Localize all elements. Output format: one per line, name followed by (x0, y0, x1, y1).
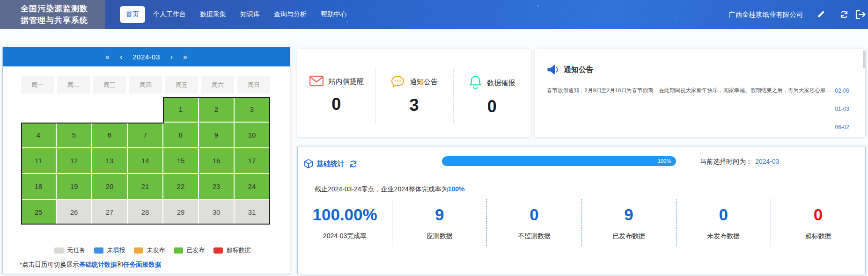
legend-swatch (134, 247, 143, 254)
next-year-button[interactable]: » (183, 53, 187, 61)
calendar-day-empty (57, 97, 91, 122)
calendar-day-10[interactable]: 10 (235, 123, 269, 147)
calendar-header: « ‹ 2024-03 › » (3, 47, 290, 66)
notices-panel: 通知公告 春节放假通知，2月9日至2月18日为春节假期，在此期间祝大家新年快乐，… (535, 49, 866, 137)
main-nav: 首页 个人工作台 数据采集 知识库 查询与分析 帮助中心 (120, 0, 353, 29)
task-panel-link[interactable]: 任务面板数据 (123, 261, 161, 268)
speaker-icon (547, 64, 559, 75)
quick-stat-data-reminders[interactable]: 数据催报 0 (453, 49, 531, 137)
calendar-month-title: 2024-03 (132, 53, 160, 61)
legend-swatch (213, 247, 223, 254)
top-navbar: 全国污染源监测数据管理与共享系统 首页 个人工作台 数据采集 知识库 查询与分析… (0, 0, 868, 29)
weekday-label: 周六 (201, 76, 234, 94)
quick-stat-label: 通知公告 (410, 78, 438, 87)
stat-value: 9 (624, 206, 633, 223)
calendar-day-25[interactable]: 25 (21, 200, 56, 225)
calendar-day-20[interactable]: 20 (92, 174, 127, 199)
prev-year-button[interactable]: « (105, 53, 110, 61)
weekday-label: 周一 (21, 76, 54, 94)
calendar-day-26[interactable]: 26 (57, 200, 91, 225)
calendar-day-12[interactable]: 12 (57, 148, 91, 173)
calendar-day-14[interactable]: 14 (128, 148, 162, 173)
legend-label: 未填报 (107, 246, 125, 254)
footnote-and: 和 (117, 261, 124, 268)
refresh-icon[interactable] (840, 10, 848, 19)
calendar-day-5[interactable]: 5 (57, 123, 91, 147)
stat-value: 0 (530, 206, 538, 223)
quick-stat-head: 通知公告 (375, 75, 453, 89)
calendar-day-24[interactable]: 24 (235, 174, 269, 199)
legend-item: 未发布 (134, 246, 165, 254)
stat-value: 0 (814, 206, 823, 223)
app-brand: 全国污染源监测数据管理与共享系统 (0, 0, 105, 29)
nav-item-workbench[interactable]: 个人工作台 (147, 6, 192, 23)
progress-fill: 100% (442, 156, 676, 166)
calendar-day-19[interactable]: 19 (57, 174, 91, 199)
calendar-day-1[interactable]: 1 (163, 97, 198, 122)
calendar-day-29[interactable]: 29 (163, 200, 198, 225)
edit-icon[interactable] (817, 10, 825, 19)
nav-item-knowledge-base[interactable]: 知识库 (234, 6, 266, 23)
quick-stat-label: 数据催报 (487, 79, 515, 87)
stat-unpublished-data: 0 未发布数据 (676, 199, 771, 246)
calendar-day-13[interactable]: 13 (92, 148, 127, 173)
notice-row[interactable]: 01-03 (535, 100, 865, 118)
calendar-panel: « ‹ 2024-03 › » 周一周二周三周四周五周六周日 123456789… (2, 47, 290, 274)
prev-month-button[interactable]: ‹ (120, 53, 122, 61)
basic-stats-link[interactable]: 基础统计数据 (79, 261, 117, 268)
nav-item-help-center[interactable]: 帮助中心 (315, 6, 353, 23)
calendar-day-empty (128, 97, 162, 122)
calendar-day-3[interactable]: 3 (235, 97, 269, 122)
notice-row[interactable]: 06-02 (535, 118, 865, 136)
calendar-day-21[interactable]: 21 (128, 174, 162, 199)
nav-item-query-analysis[interactable]: 查询与分析 (268, 6, 313, 23)
calendar-day-22[interactable]: 22 (163, 174, 198, 199)
stat-label: 应测数据 (427, 232, 453, 240)
calendar-day-2[interactable]: 2 (199, 97, 234, 122)
calendar-day-8[interactable]: 8 (163, 123, 198, 147)
stat-expected-data: 9 应测数据 (392, 199, 486, 246)
calendar-day-7[interactable]: 7 (128, 123, 162, 147)
nav-item-home[interactable]: 首页 (120, 6, 145, 23)
calendar-day-empty (21, 97, 56, 122)
calendar-day-30[interactable]: 30 (199, 200, 234, 225)
calendar-day-27[interactable]: 27 (92, 200, 127, 225)
calendar-day-28[interactable]: 28 (128, 200, 162, 225)
selected-time-value: 2024-03 (755, 158, 779, 165)
company-name[interactable]: 广西金桂浆纸业有限公司 (728, 10, 803, 19)
scrollbar-thumb[interactable] (863, 51, 865, 68)
calendar-grid: 1234567891011121314151617181920212223242… (21, 97, 270, 225)
selected-time-label: 当前选择时间为： (700, 158, 752, 165)
calendar-day-15[interactable]: 15 (163, 148, 198, 173)
progress-label: 100% (658, 158, 671, 164)
calendar-day-17[interactable]: 17 (235, 148, 269, 173)
calendar-legend: 无任务未填报未发布已发布超标数据 (3, 246, 290, 254)
notice-date: 06-02 (835, 124, 849, 131)
calendar-day-31[interactable]: 31 (235, 200, 269, 225)
calendar-day-6[interactable]: 6 (92, 123, 127, 147)
stats-row: 100.00% 2024-03完成率 9 应测数据 0 不监测数据 9 已发布数… (298, 199, 865, 246)
app-title: 全国污染源监测数据管理与共享系统 (21, 3, 91, 27)
calendar-day-16[interactable]: 16 (199, 148, 234, 173)
calendar-day-18[interactable]: 18 (21, 174, 56, 199)
quick-stat-announcements[interactable]: 通知公告 3 (375, 49, 453, 137)
calendar-day-9[interactable]: 9 (199, 123, 234, 147)
notice-row[interactable]: 春节放假通知，2月9日至2月18日为春节假期，在此期间祝大家新年快乐，阖家幸福。… (535, 81, 865, 100)
calendar-day-11[interactable]: 11 (21, 148, 56, 173)
footnote-prefix: *点击日历可切换展示 (20, 261, 79, 268)
quick-stat-messages[interactable]: 站内信提醒 0 (297, 49, 375, 137)
legend-swatch (174, 247, 183, 254)
summary-text: 截止2024-03-24零点，企业2024整体完成率为 (315, 185, 448, 193)
calendar-rows: 1234567891011121314151617181920212223242… (21, 97, 270, 225)
nav-item-data-collection[interactable]: 数据采集 (194, 6, 232, 23)
refresh-icon[interactable] (349, 160, 357, 168)
progress-bar: 100% (442, 156, 676, 166)
next-month-button[interactable]: › (170, 53, 173, 61)
calendar-day-23[interactable]: 23 (199, 174, 234, 199)
calendar-day-4[interactable]: 4 (21, 123, 56, 147)
notice-list: 春节放假通知，2月9日至2月18日为春节假期，在此期间祝大家新年快乐，阖家幸福。… (535, 81, 865, 136)
quick-stats-panel: 站内信提醒 0 通知公告 3 数据催报 0 (297, 49, 531, 137)
weekday-label: 周四 (129, 76, 162, 94)
logout-icon[interactable] (855, 10, 866, 19)
calendar-footnote: *点击日历可切换展示基础统计数据和任务面板数据 (20, 261, 290, 269)
